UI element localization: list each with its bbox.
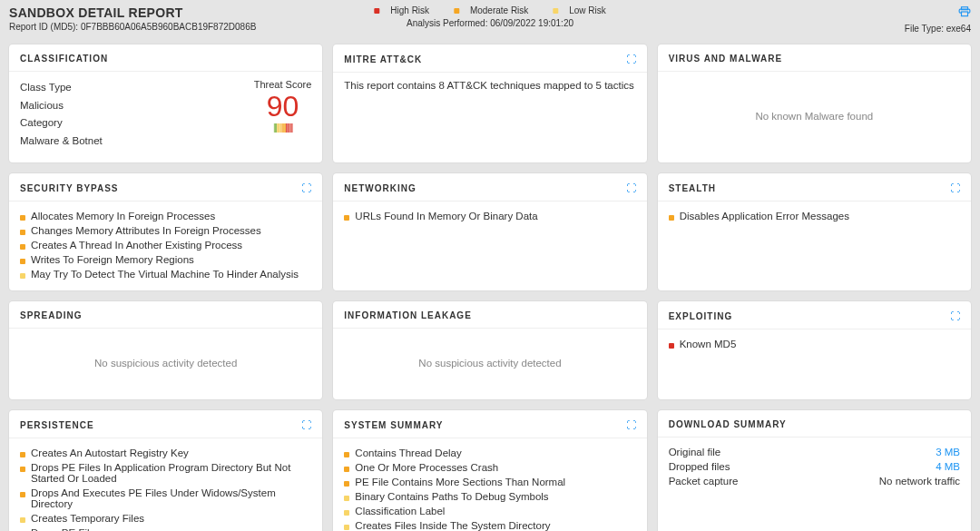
expand-icon[interactable]: ⛶ bbox=[626, 419, 636, 430]
expand-icon[interactable]: ⛶ bbox=[301, 182, 311, 193]
list-item-text: URLs Found In Memory Or Binary Data bbox=[355, 211, 537, 221]
risk-dot bbox=[20, 492, 25, 497]
expand-icon[interactable]: ⛶ bbox=[950, 182, 960, 193]
list-item: Known MD5 bbox=[669, 337, 960, 351]
list-item: Creates A Thread In Another Existing Pro… bbox=[20, 238, 311, 252]
card-stealth: STEALTH ⛶ Disables Application Error Mes… bbox=[658, 173, 971, 290]
moderate-risk-dot bbox=[454, 8, 459, 14]
card-system-summary: SYSTEM SUMMARY ⛶ Contains Thread DelayOn… bbox=[333, 410, 646, 531]
list-item-text: PE File Contains More Sections Than Norm… bbox=[355, 477, 565, 487]
expand-icon[interactable]: ⛶ bbox=[301, 419, 311, 430]
list-item: Drops And Executes PE Files Under Widows… bbox=[20, 486, 311, 511]
class-type-value: Malicious bbox=[20, 97, 103, 115]
list-item: May Try To Detect The Virtual Machine To… bbox=[20, 267, 311, 281]
list-item-text: Changes Memory Attributes In Foreign Pro… bbox=[31, 225, 261, 236]
download-row-link[interactable]: 4 MB bbox=[936, 461, 960, 472]
card-title-system-summary: SYSTEM SUMMARY bbox=[344, 420, 443, 430]
list-item-text: Classification Label bbox=[355, 506, 445, 516]
risk-dot bbox=[344, 496, 349, 501]
card-security-bypass: SECURITY BYPASS ⛶ Allocates Memory In Fo… bbox=[9, 173, 322, 290]
card-networking: NETWORKING ⛶ URLs Found In Memory Or Bin… bbox=[333, 173, 646, 290]
low-risk-dot bbox=[553, 8, 558, 14]
card-spreading: SPREADING No suspicious activity detecte… bbox=[9, 301, 322, 399]
class-type-label: Class Type bbox=[20, 79, 103, 97]
risk-dot bbox=[20, 244, 25, 250]
legend-low: Low Risk bbox=[569, 5, 606, 15]
card-virus: VIRUS AND MALWARE No known Malware found bbox=[658, 44, 971, 162]
print-icon[interactable] bbox=[905, 5, 971, 21]
analysis-label: Analysis Performed: bbox=[407, 18, 490, 28]
risk-dot bbox=[344, 467, 349, 472]
list-item-text: Creates An Autostart Registry Key bbox=[31, 447, 189, 458]
expand-icon[interactable]: ⛶ bbox=[626, 54, 636, 64]
report-id-value: 0F7BBB60A06A5B960BACB19F872D086B bbox=[81, 22, 256, 32]
card-title-virus: VIRUS AND MALWARE bbox=[669, 54, 783, 64]
list-item-text: Allocates Memory In Foreign Processes bbox=[31, 211, 215, 221]
expand-icon[interactable]: ⛶ bbox=[626, 182, 636, 193]
download-row-label: Original file bbox=[669, 447, 721, 457]
card-title-info-leak: INFORMATION LEAKAGE bbox=[344, 310, 471, 320]
mitre-text: This report contains 8 ATT&CK techniques… bbox=[344, 80, 633, 91]
virus-text: No known Malware found bbox=[755, 111, 873, 122]
stealth-list: Disables Application Error Messages bbox=[669, 209, 960, 223]
risk-dot bbox=[20, 259, 25, 264]
list-item-text: Creates A Thread In Another Existing Pro… bbox=[31, 240, 242, 251]
risk-dot bbox=[344, 510, 349, 516]
list-item: Binary Contains Paths To Debug Symbols bbox=[344, 489, 635, 504]
download-row: Original file3 MB bbox=[669, 445, 960, 459]
card-title-security-bypass: SECURITY BYPASS bbox=[20, 183, 119, 193]
card-exploiting: EXPLOITING ⛶ Known MD5 bbox=[658, 301, 971, 399]
download-row-value: No network traffic bbox=[879, 476, 960, 487]
list-item: Changes Memory Attributes In Foreign Pro… bbox=[20, 223, 311, 238]
networking-list: URLs Found In Memory Or Binary Data bbox=[344, 209, 635, 223]
list-item-text: Drops PE Files In Application Program Di… bbox=[31, 462, 311, 484]
exploiting-list: Known MD5 bbox=[669, 337, 960, 351]
risk-dot bbox=[20, 230, 25, 235]
list-item: Creates Files Inside The System Director… bbox=[344, 518, 635, 531]
card-title-mitre: MITRE ATT&CK bbox=[344, 54, 422, 64]
security-bypass-list: Allocates Memory In Foreign ProcessesCha… bbox=[20, 209, 311, 281]
file-type-line: File Type: exe64 bbox=[905, 24, 971, 34]
list-item-text: Drops And Executes PE Files Under Widows… bbox=[31, 487, 311, 509]
download-row-link[interactable]: 3 MB bbox=[936, 447, 960, 457]
download-row-label: Packet capture bbox=[669, 476, 739, 487]
file-type-value: exe64 bbox=[946, 24, 971, 34]
analysis-time: 06/09/2022 19:01:20 bbox=[490, 18, 573, 28]
list-item: Classification Label bbox=[344, 504, 635, 518]
list-item: Drops PE Files bbox=[20, 526, 311, 531]
card-title-download-summary: DOWNLOAD SUMMARY bbox=[669, 419, 787, 429]
download-summary-body: Original file3 MBDropped files4 MBPacket… bbox=[658, 438, 971, 531]
header-right: File Type: exe64 bbox=[905, 5, 971, 34]
system-summary-list: Contains Thread DelayOne Or More Process… bbox=[344, 446, 635, 531]
list-item-text: Disables Application Error Messages bbox=[680, 211, 849, 221]
risk-dot bbox=[344, 481, 349, 487]
card-persistence: PERSISTENCE ⛶ Creates An Autostart Regis… bbox=[9, 410, 322, 531]
list-item: Drops PE Files In Application Program Di… bbox=[20, 460, 311, 486]
virus-empty: No known Malware found bbox=[658, 72, 971, 162]
list-item: Disables Application Error Messages bbox=[669, 209, 960, 223]
list-item-text: Creates Temporary Files bbox=[31, 513, 144, 524]
card-download-summary: DOWNLOAD SUMMARY Original file3 MBDroppe… bbox=[658, 410, 971, 531]
threat-score-block: Threat Score 90 ||||||||||||||||||| bbox=[254, 79, 312, 133]
download-row: Packet captureNo network traffic bbox=[669, 474, 960, 488]
persistence-list: Creates An Autostart Registry KeyDrops P… bbox=[20, 446, 311, 531]
list-item: Creates Temporary Files bbox=[20, 511, 311, 526]
list-item: Writes To Foreign Memory Regions bbox=[20, 252, 311, 267]
list-item-text: One Or More Processes Crash bbox=[355, 462, 498, 473]
analysis-performed: Analysis Performed: 06/09/2022 19:01:20 bbox=[363, 18, 616, 28]
download-row-label: Dropped files bbox=[669, 461, 730, 472]
list-item-text: Writes To Foreign Memory Regions bbox=[31, 254, 194, 265]
risk-dot bbox=[344, 525, 349, 530]
threat-score-bar: ||||||||||||||||||| bbox=[254, 123, 312, 133]
list-item-text: Known MD5 bbox=[680, 339, 737, 349]
card-info-leak: INFORMATION LEAKAGE No suspicious activi… bbox=[333, 301, 646, 399]
risk-dot bbox=[20, 467, 25, 472]
card-title-persistence: PERSISTENCE bbox=[20, 420, 94, 430]
threat-score-value: 90 bbox=[254, 90, 312, 123]
risk-dot bbox=[344, 215, 349, 221]
card-mitre: MITRE ATT&CK ⛶ This report contains 8 AT… bbox=[333, 44, 646, 162]
expand-icon[interactable]: ⛶ bbox=[950, 310, 960, 321]
report-header: SANDBOX DETAIL REPORT Report ID (MD5): 0… bbox=[0, 0, 980, 35]
card-classification: CLASSIFICATION Class Type Malicious Cate… bbox=[9, 44, 322, 162]
card-title-stealth: STEALTH bbox=[669, 183, 716, 193]
